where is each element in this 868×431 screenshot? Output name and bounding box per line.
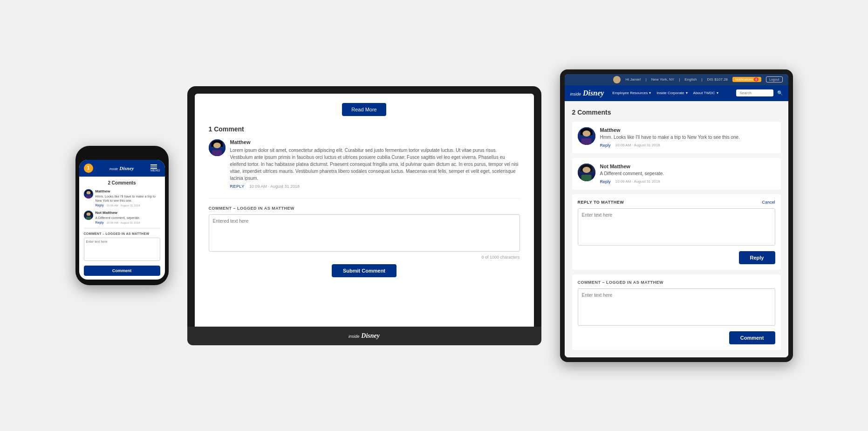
nav-items: Employee Resources ▾ Inside Corporate ▾ … [612,91,732,95]
comment-text: Not Matthew A Different comment, seperat… [96,211,160,224]
hamburger-menu-button[interactable] [150,164,160,169]
laptop-bottom-bar: inside Disney [187,327,541,345]
tablet-comment-1: Matthew Hmm. Looks like I'll have to mak… [572,122,781,153]
disney-logo-bottom: inside Disney [349,332,380,340]
phone-notch [108,151,136,157]
comment-submit-button[interactable]: Comment [84,266,160,276]
comment-body: A Different comment, seperate. [96,216,160,220]
nav-item-inside-corporate[interactable]: Inside Corporate ▾ [656,91,687,95]
tablet-content: 2 Comments Matthew Hmm. Looks like I'll … [565,101,788,357]
comment-meta: Reply 10:09 AM · August 31 2018 [600,179,775,184]
phone-content: 2 Comments Matthew Hmm. Looks like I'll … [79,177,165,280]
tablet-top-bar: Hi Jamie! | New York, NY | English | DIS… [565,74,788,101]
comment-item: Matthew Hmm. Looks like I'll have to mak… [578,127,775,148]
reply-link[interactable]: Reply [600,179,611,184]
reply-link[interactable]: Reply [96,221,104,224]
reply-textarea[interactable] [578,208,775,246]
reply-link[interactable]: Reply [600,143,611,148]
submit-comment-button[interactable]: Submit Comment [332,264,396,277]
tablet-nav: inside Disney Employee Resources ▾ Insid… [565,85,788,101]
laptop-content: Read More 1 Comment Matthew Lorem i [195,94,534,287]
laptop-border: Read More 1 Comment Matthew Lorem i [187,86,541,327]
comment-meta: Reply 10:09 AM · August 31 2018 [96,221,160,224]
laptop-device: Read More 1 Comment Matthew Lorem i [187,86,541,345]
comment-textarea[interactable] [209,214,520,252]
separator: | [702,77,703,82]
comment-author: Matthew [600,127,775,133]
phone-screen: 1 inside Disney MENU 2 Comments [79,160,165,280]
tablet-comment-form: COMMENT – LOGGED IN AS MATTHEW Comment [572,274,781,350]
disney-logo: inside Disney [109,165,134,171]
comment-textarea[interactable] [578,288,775,326]
notification-count: 6 [754,77,759,82]
comment-body: Hmm. Looks like I'll have to make a trip… [600,134,775,141]
comment-meta: Reply 10:09 AM · August 31 2018 [96,204,160,207]
comment-textarea[interactable] [84,238,160,261]
tablet-device: Hi Jamie! | New York, NY | English | DIS… [560,69,793,362]
phone-comment-1: Matthew Hmm. Looks like I'll have to mak… [84,189,160,207]
avatar [84,189,93,198]
phone-device: 1 inside Disney MENU 2 Comments [75,146,169,285]
tablet-screen: Hi Jamie! | New York, NY | English | DIS… [565,74,788,357]
reply-link[interactable]: Reply [96,204,104,207]
comment-submit-button[interactable]: Comment [729,331,775,344]
comment-time: 10:09 AM · August 31 2018 [615,143,660,147]
reply-header: REPLY TO MATTHEW Cancel [578,200,775,205]
comment-author: Matthew [96,189,160,193]
menu-label: MENU [150,169,160,172]
cancel-reply-link[interactable]: Cancel [762,200,775,205]
comment-author: Not Matthew [600,164,775,169]
chevron-down-icon: ▾ [717,91,718,95]
avatar [578,164,595,181]
char-count: 0 of 1000 characters [209,255,520,260]
comment-form-label: COMMENT – LOGGED IN AS MATTHEW [84,232,160,235]
user-greeting: Hi Jamie! [625,77,641,82]
avatar [209,139,226,156]
comment-text: Matthew Hmm. Looks like I'll have to mak… [600,127,775,148]
phone-comments-count: 2 Comments [84,180,160,185]
phone-comment-2: Not Matthew A Different comment, seperat… [84,211,160,224]
nav-item-employee-resources[interactable]: Employee Resources ▾ [612,91,651,95]
comment-body: Hmm. Looks like I'll have to make a trip… [96,194,160,203]
comment-text: Matthew Hmm. Looks like I'll have to mak… [96,189,160,207]
notification-bell-icon[interactable]: 1 [84,164,93,173]
comment-body: A Different comment, seperate. [600,171,775,177]
read-more-button[interactable]: Read More [342,103,386,116]
notifications-button[interactable]: Notifications 6 [732,77,761,82]
reply-section: REPLY TO MATTHEW Cancel Reply [572,194,781,270]
comment-text: Matthew Lorem ipsum dolor sit amet, cons… [230,139,520,189]
laptop-comment-form: COMMENT – LOGGED IN AS MATTHEW 0 of 1000… [209,198,520,277]
phone-header: 1 inside Disney MENU [79,160,165,177]
comment-meta: Reply 10:09 AM · August 31 2018 [600,143,775,148]
tablet-comments-count: 2 Comments [572,109,781,116]
laptop-comment-1: Matthew Lorem ipsum dolor sit amet, cons… [209,139,520,189]
comment-form-label: COMMENT – LOGGED IN AS MATTHEW [209,206,520,211]
comment-body: Lorem ipsum dolor sit amet, consectetur … [230,147,520,182]
comment-time: 10:09 AM · August 31 2018 [106,221,140,224]
phone-comment-form: COMMENT – LOGGED IN AS MATTHEW Comment [84,232,160,276]
comment-author: Not Matthew [96,211,160,215]
nav-item-about-twdc[interactable]: About TWDC ▾ [693,91,718,95]
comment-author: Matthew [230,139,520,145]
disney-logo-nav: inside Disney [570,89,604,97]
comment-time: 10:09 AM · August 31 2018 [615,179,660,184]
comment-time: 10:09 AM · August 31 2018 [249,184,300,189]
avatar [578,127,595,145]
user-avatar-icon [613,76,621,83]
reply-link[interactable]: REPLY [230,184,245,189]
tablet-comment-2: Not Matthew A Different comment, seperat… [572,158,781,190]
search-input[interactable] [736,89,773,96]
reply-submit-button[interactable]: Reply [739,251,775,264]
search-icon[interactable]: 🔍 [777,90,783,96]
divider [84,228,160,228]
comment-meta: REPLY 10:09 AM · August 31 2018 [230,184,520,189]
comment-time: 10:09 AM · August 31 2018 [106,204,140,207]
user-language: English [684,77,697,82]
logout-button[interactable]: Logout [766,76,782,82]
comment-form-label: COMMENT – LOGGED IN AS MATTHEW [578,280,775,285]
laptop-screen: Read More 1 Comment Matthew Lorem i [195,94,534,327]
separator: | [679,77,680,82]
comment-item: Not Matthew A Different comment, seperat… [578,164,775,184]
laptop-comments-count: 1 Comment [209,125,520,133]
tablet-top-info: Hi Jamie! | New York, NY | English | DIS… [565,74,788,85]
